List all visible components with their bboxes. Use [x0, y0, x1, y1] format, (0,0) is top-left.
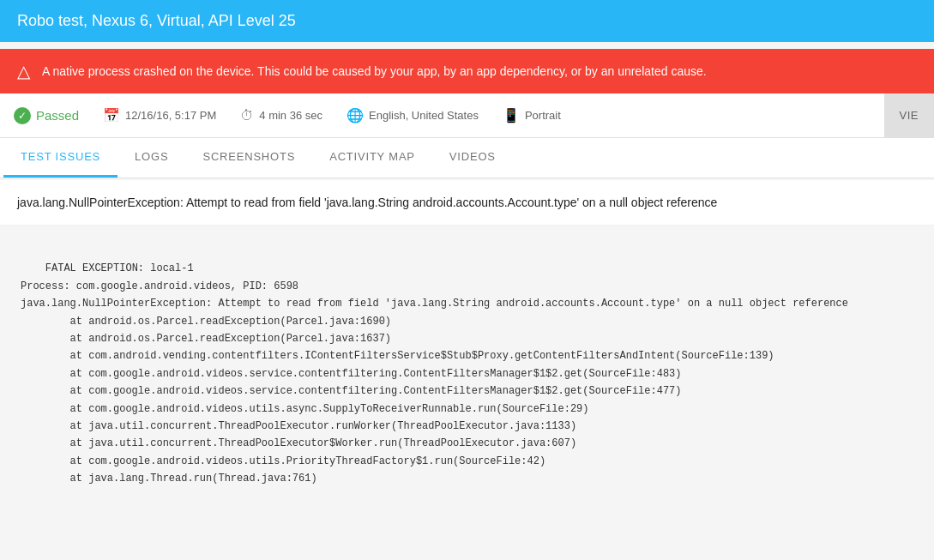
globe-icon: 🌐 — [346, 107, 364, 123]
warning-icon: △ — [17, 61, 30, 81]
warning-message: A native process crashed on the device. … — [42, 64, 707, 78]
orientation-meta: 📱 Portrait — [503, 107, 561, 123]
date-value: 12/16/16, 5:17 PM — [125, 109, 216, 122]
orientation-value: Portrait — [525, 109, 561, 122]
locale-value: English, United States — [369, 109, 479, 122]
status-bar: ✓ Passed 📅 12/16/16, 5:17 PM ⏱ 4 min 36 … — [0, 93, 934, 138]
view-button[interactable]: VIE — [884, 93, 934, 137]
tab-logs[interactable]: LOGS — [118, 138, 185, 178]
warning-banner: △ A native process crashed on the device… — [0, 49, 934, 93]
exception-title: java.lang.NullPointerException: Attempt … — [0, 180, 934, 226]
passed-label: Passed — [36, 108, 79, 123]
tab-activity-map[interactable]: ACTIVITY MAP — [312, 138, 432, 178]
phone-icon: 📱 — [503, 107, 520, 123]
date-meta: 📅 12/16/16, 5:17 PM — [103, 107, 216, 123]
clock-icon: ⏱ — [240, 108, 254, 123]
check-icon: ✓ — [14, 107, 31, 124]
tab-test-issues[interactable]: TEST ISSUES — [3, 138, 118, 178]
tab-screenshots[interactable]: SCREENSHOTS — [185, 138, 312, 178]
duration-value: 4 min 36 sec — [259, 109, 322, 122]
tab-videos[interactable]: VIDEOS — [432, 138, 513, 178]
duration-meta: ⏱ 4 min 36 sec — [240, 108, 322, 123]
calendar-icon: 📅 — [103, 107, 120, 123]
content-area: java.lang.NullPointerException: Attempt … — [0, 180, 934, 522]
tabs-bar: TEST ISSUESLOGSSCREENSHOTSACTIVITY MAPVI… — [0, 138, 934, 178]
page-title: Robo test, Nexus 6, Virtual, API Level 2… — [17, 12, 296, 29]
status-passed: ✓ Passed — [14, 107, 79, 124]
locale-meta: 🌐 English, United States — [346, 107, 479, 123]
page-header: Robo test, Nexus 6, Virtual, API Level 2… — [0, 0, 934, 42]
stack-trace: FATAL EXCEPTION: local-1 Process: com.go… — [0, 226, 934, 522]
